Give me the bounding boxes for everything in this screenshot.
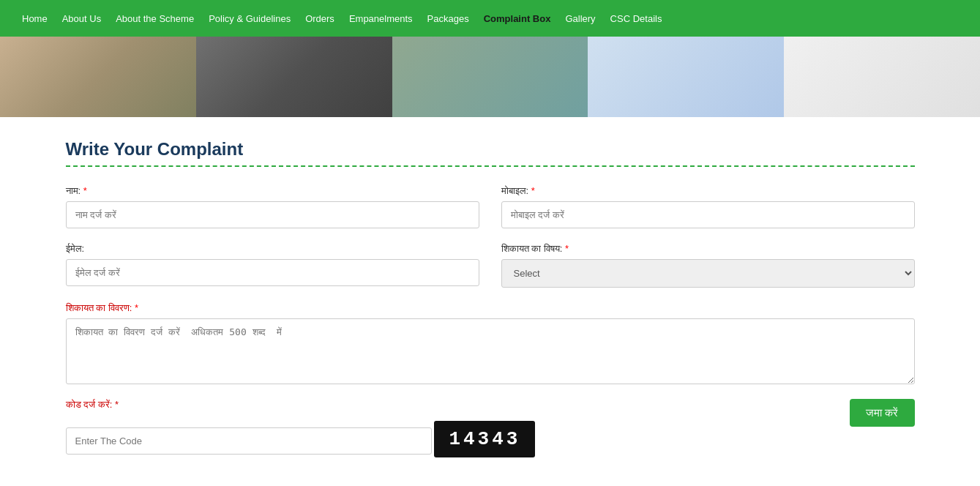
nav-complaint-box[interactable]: Complaint Box: [484, 13, 551, 24]
email-group: ईमेल:: [66, 243, 479, 288]
hero-segment-4: [588, 37, 784, 117]
name-input[interactable]: [66, 201, 479, 228]
complaint-label: शिकायत का विवरण: *: [66, 302, 915, 314]
main-content: Write Your Complaint नाम: * मोबाइल: * ईम…: [51, 117, 929, 479]
complaint-group: शिकायत का विवरण: *: [66, 302, 915, 384]
nav-gallery[interactable]: Gallery: [565, 13, 595, 24]
hero-segment-2: [196, 37, 392, 117]
mobile-group: मोबाइल: *: [501, 185, 915, 228]
hero-segment-5: [784, 37, 980, 117]
mobile-label: मोबाइल: *: [501, 185, 915, 197]
email-input[interactable]: [66, 259, 479, 286]
submit-button[interactable]: जमा करें: [850, 399, 914, 427]
form-row-complaint: शिकायत का विवरण: *: [66, 302, 915, 384]
name-label: नाम: *: [66, 185, 479, 197]
hero-banner: [0, 37, 980, 117]
form-row-name-mobile: नाम: * मोबाइल: *: [66, 185, 915, 228]
submit-area: जमा करें: [850, 399, 914, 427]
name-group: नाम: *: [66, 185, 479, 228]
code-input[interactable]: [66, 427, 432, 455]
nav-empanelments[interactable]: Empanelments: [349, 13, 413, 24]
bottom-section: कोड दर्ज करें: * 14343 जमा करें: [66, 399, 915, 457]
code-label: कोड दर्ज करें: *: [66, 399, 850, 411]
navbar: Home About Us About the Scheme Policy & …: [0, 0, 980, 37]
email-label: ईमेल:: [66, 243, 479, 255]
captcha-input-group: 14343: [66, 415, 850, 457]
nav-packages[interactable]: Packages: [427, 13, 469, 24]
form-title: Write Your Complaint: [66, 139, 915, 160]
hero-segment-1: [0, 37, 196, 117]
nav-orders[interactable]: Orders: [305, 13, 334, 24]
subject-label: शिकायत का विषय: *: [501, 243, 915, 255]
complaint-textarea[interactable]: [66, 318, 915, 384]
subject-select[interactable]: Select Option 1 Option 2 Option 3: [501, 259, 915, 288]
nav-home[interactable]: Home: [22, 13, 48, 24]
captcha-image: 14343: [434, 421, 535, 457]
form-divider: [66, 165, 915, 167]
subject-group: शिकायत का विषय: * Select Option 1 Option…: [501, 243, 915, 288]
nav-csc-details[interactable]: CSC Details: [610, 13, 662, 24]
form-row-email-subject: ईमेल: शिकायत का विषय: * Select Option 1 …: [66, 243, 915, 288]
nav-policy[interactable]: Policy & Guidelines: [209, 13, 291, 24]
hero-segment-3: [392, 37, 588, 117]
nav-about-us[interactable]: About Us: [62, 13, 101, 24]
nav-about-scheme[interactable]: About the Scheme: [116, 13, 194, 24]
mobile-input[interactable]: [501, 201, 915, 228]
code-section: कोड दर्ज करें: * 14343: [66, 399, 850, 457]
